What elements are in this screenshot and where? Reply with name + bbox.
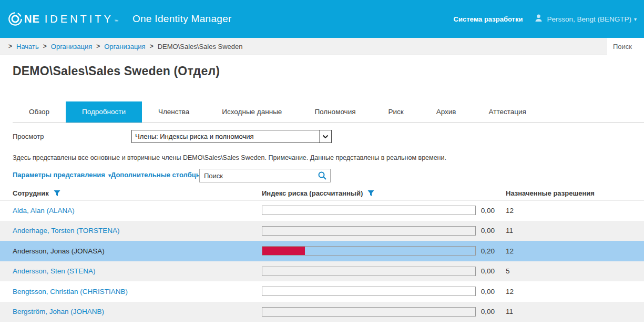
employee-link[interactable]: Anderhage, Torsten (TORSTENA)	[13, 227, 262, 235]
risk-bar	[262, 267, 476, 276]
app-window: NEIDENTITY™ One Identity Manager Система…	[0, 0, 644, 326]
user-name: Persson, Bengt (BENGTP)	[547, 15, 631, 23]
search-icon[interactable]	[318, 171, 327, 180]
risk-value: 0,00	[476, 227, 495, 235]
table-row[interactable]: Anderhage, Torsten (TORSTENA)0,0011	[0, 221, 644, 241]
view-select[interactable]: Члены: Индексы риска и полномочия	[131, 130, 332, 143]
table-body: Alda, Alan (ALANA)0,0012Anderhage, Torst…	[0, 200, 644, 326]
list-toolbar: Параметры представления▾ Дополнительные …	[0, 169, 644, 183]
breadcrumb-current: DEMO\Sales\Sales Sweden	[158, 43, 243, 50]
table-row[interactable]: Andersson, Jonas (JONASA)0,2012	[0, 241, 644, 261]
one-identity-logo-icon	[7, 11, 23, 27]
breadcrumb-link[interactable]: Начать	[16, 43, 39, 50]
chevron-down-icon: ▾	[634, 16, 637, 22]
additional-columns-link[interactable]: Дополнительные столбцы	[111, 171, 202, 179]
description-text: Здесь представлены все основные и вторич…	[13, 154, 644, 161]
breadcrumb-separator-icon: >	[150, 43, 154, 50]
risk-bar-cell	[262, 226, 476, 236]
risk-bar	[262, 206, 476, 215]
view-selector-row: Просмотр Члены: Индексы риска и полномоч…	[13, 130, 644, 143]
risk-bar	[262, 246, 476, 256]
permissions-count: 12	[495, 247, 644, 255]
risk-value: 0,00	[476, 288, 495, 296]
view-settings-link[interactable]: Параметры представления▾	[13, 171, 111, 179]
column-header-employee: Сотрудник	[13, 189, 262, 197]
members-table: Сотрудник Индекс риска (рассчитанный) На…	[0, 187, 644, 326]
filter-icon[interactable]	[54, 190, 60, 197]
one-identity-logo: NEIDENTITY™	[7, 11, 119, 27]
tab[interactable]: Исходные данные	[206, 101, 298, 123]
table-header-row: Сотрудник Индекс риска (рассчитанный) На…	[0, 187, 644, 200]
employee-link[interactable]: Alda, Alan (ALANA)	[13, 207, 262, 215]
permissions-count: 5	[495, 267, 644, 275]
permissions-count: 12	[495, 207, 644, 215]
employee-link[interactable]: Bengtsson, Christian (CHRISTIANB)	[13, 288, 262, 296]
table-search	[199, 169, 331, 182]
tab[interactable]: Подробности	[66, 101, 142, 123]
tab[interactable]: Полномочия	[298, 101, 372, 123]
tab[interactable]: Обзор	[13, 101, 66, 123]
brand-wordmark: NEIDENTITY™	[24, 13, 119, 25]
breadcrumb-bar: >Начать>Организация>Организация>DEMO\Sal…	[0, 38, 644, 55]
risk-bar-cell	[262, 307, 476, 317]
column-header-permissions: Назначенные разрешения	[495, 189, 644, 197]
view-settings-label: Параметры представления	[13, 171, 105, 179]
risk-bar	[262, 287, 476, 296]
risk-bar-cell	[262, 287, 476, 296]
breadcrumb-separator-icon: >	[8, 43, 12, 50]
table-row[interactable]: Andersson, Sten (STENA)0,005	[0, 261, 644, 282]
environment-link[interactable]: Система разработки	[454, 15, 523, 23]
risk-bar-fill	[262, 247, 305, 255]
user-icon	[534, 14, 543, 25]
breadcrumb-separator-icon: >	[43, 43, 47, 50]
table-row[interactable]: Bengtsson, Christian (CHRISTIANB)0,0012	[0, 281, 644, 302]
table-row[interactable]: Bergström, Johan (JOHANB)0,0011	[0, 302, 644, 322]
risk-value: 0,00	[476, 267, 495, 275]
breadcrumb-link[interactable]: Организация	[51, 43, 92, 50]
employee-link[interactable]: Andersson, Jonas (JONASA)	[13, 247, 262, 255]
permissions-count: 12	[495, 288, 644, 296]
table-row[interactable]	[0, 322, 644, 326]
risk-value: 0,00	[476, 308, 495, 315]
global-search-box[interactable]: Поиск	[607, 38, 644, 55]
permissions-count: 11	[495, 308, 644, 315]
permissions-count: 11	[495, 227, 644, 235]
app-title: One Identity Manager	[132, 13, 232, 25]
tab-bar: ОбзорПодробностиЧленстваИсходные данныеП…	[13, 101, 644, 123]
risk-bar-cell	[262, 206, 476, 215]
employee-link[interactable]: Bergström, Johan (JOHANB)	[13, 308, 262, 315]
risk-bar	[262, 226, 476, 236]
tab[interactable]: Аттестация	[473, 101, 543, 123]
risk-bar-cell	[262, 267, 476, 276]
breadcrumb-link[interactable]: Организация	[104, 43, 145, 50]
table-search-input[interactable]	[200, 172, 318, 180]
page-title: DEMO\Sales\Sales Sweden (Отдел)	[13, 64, 644, 78]
chevron-down-icon[interactable]	[319, 130, 331, 142]
view-select-value: Члены: Индексы риска и полномочия	[132, 133, 319, 140]
app-header: NEIDENTITY™ One Identity Manager Система…	[0, 0, 644, 38]
risk-bar	[262, 307, 476, 317]
user-menu[interactable]: Persson, Bengt (BENGTP) ▾	[534, 14, 637, 25]
column-header-risk-index: Индекс риска (рассчитанный)	[262, 189, 476, 197]
breadcrumb: >Начать>Организация>Организация>DEMO\Sal…	[0, 43, 243, 50]
risk-bar-cell	[262, 246, 476, 256]
tab[interactable]: Риск	[372, 101, 420, 123]
breadcrumb-separator-icon: >	[96, 43, 100, 50]
filter-icon[interactable]	[367, 190, 374, 197]
employee-link[interactable]: Andersson, Sten (STENA)	[13, 267, 262, 275]
table-row[interactable]: Alda, Alan (ALANA)0,0012	[0, 200, 644, 221]
tab[interactable]: Архив	[420, 101, 473, 123]
tab[interactable]: Членства	[142, 101, 206, 123]
risk-value: 0,00	[476, 207, 495, 215]
view-label: Просмотр	[13, 133, 131, 140]
risk-value: 0,20	[476, 247, 495, 255]
